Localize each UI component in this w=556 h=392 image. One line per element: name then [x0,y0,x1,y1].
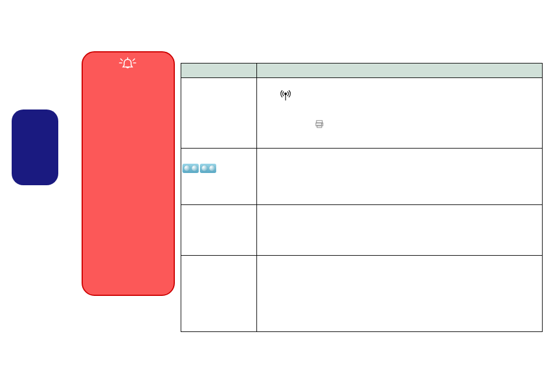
red-alarm-block [82,51,175,296]
table-cell-left [181,78,257,149]
table-cell-right [257,149,543,205]
orb-badge-pair [182,164,254,173]
broadcast-icon [279,89,292,104]
table-cell-left [181,256,257,332]
table-cell-right [257,78,543,149]
orb-icon [202,165,207,171]
table-header-row [181,63,543,78]
printer-icon [315,120,323,130]
orb-icon [192,165,198,171]
alarm-bell-icon [119,56,136,73]
svg-point-10 [321,123,322,124]
table-cell-right [257,205,543,256]
diagram-canvas [0,0,556,392]
orb-badge [200,164,216,173]
spec-table [181,63,543,332]
table-header-cell [257,63,543,78]
table-row [181,256,543,332]
table-row [181,78,543,149]
blue-device-block [12,110,58,185]
table-cell-left [181,149,257,205]
table-cell-left [181,205,257,256]
svg-line-1 [121,59,122,61]
svg-rect-7 [316,121,322,123]
table-row [181,149,543,205]
orb-badge [182,164,199,173]
table-header-cell [181,63,257,78]
table-row [181,205,543,256]
orb-icon [184,165,190,171]
table-cell-right [257,256,543,332]
svg-line-2 [133,59,135,61]
orb-icon [209,165,215,171]
